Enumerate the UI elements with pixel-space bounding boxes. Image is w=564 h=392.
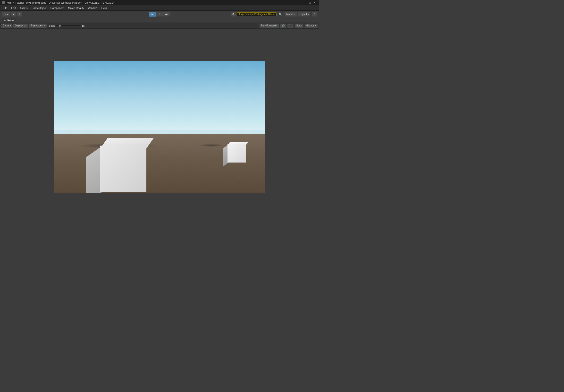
scale-track[interactable] xyxy=(56,25,81,26)
cube-small-front xyxy=(227,144,246,162)
close-button[interactable]: ✕ xyxy=(312,0,317,5)
undo-history-button[interactable]: ↺ xyxy=(230,12,236,17)
maximize-button[interactable]: □ xyxy=(308,0,312,5)
main-content xyxy=(0,29,319,226)
aspect-ratio-button[interactable]: ⬛ xyxy=(287,24,294,28)
menu-gameobject[interactable]: GameObject xyxy=(30,6,49,10)
search-button[interactable]: 🔍 xyxy=(278,12,283,16)
experimental-packages-button[interactable]: Experimental Packages In Use ▾ xyxy=(237,12,277,16)
menu-assets[interactable]: Assets xyxy=(18,6,30,10)
game-tab-label: Game xyxy=(7,19,14,22)
title-bar: U MRTK Tutorial - MySampleScene - Univer… xyxy=(0,0,319,5)
game-tab-icon: 👁 xyxy=(4,19,6,22)
scale-label: Scale xyxy=(49,24,56,27)
game-dropdown[interactable]: Game ▾ xyxy=(1,24,13,28)
menu-edit[interactable]: Edit xyxy=(9,6,18,10)
game-viewport xyxy=(54,61,265,193)
game-tab[interactable]: 👁 Game xyxy=(1,18,16,23)
stats-button[interactable]: Stats xyxy=(295,24,303,28)
gizmos-dropdown[interactable]: Gizmos ▾ xyxy=(304,24,318,28)
game-toolbar: Game ▾ Display 1 ▾ Free Aspect ▾ Scale 1… xyxy=(0,23,319,29)
shadow-small xyxy=(198,144,225,147)
tab-strip: 👁 Game xyxy=(0,18,319,23)
window-title: MRTK Tutorial - MySampleScene - Universa… xyxy=(7,1,115,4)
scale-value: 1x xyxy=(82,24,85,27)
scale-control: Scale 1x xyxy=(49,24,85,27)
menu-help[interactable]: Help xyxy=(99,6,109,10)
step-button[interactable]: ⏭ xyxy=(163,12,170,17)
tv-button[interactable]: TV ▾ xyxy=(1,12,10,17)
app-icon: U xyxy=(2,1,5,4)
audio-button[interactable]: 🔊 xyxy=(280,24,286,28)
play-button[interactable]: ▶ xyxy=(149,12,156,17)
menu-bar: File Edit Assets GameObject Component Mi… xyxy=(0,5,319,11)
layers-dropdown[interactable]: Layers ▾ xyxy=(284,12,297,17)
more-options-button[interactable]: ⋮ xyxy=(311,12,317,17)
main-toolbar: TV ▾ ☁ ⊙ ▶ ⏸ ⏭ ↺ Experimental Packages I… xyxy=(0,11,319,18)
pause-button[interactable]: ⏸ xyxy=(156,12,163,17)
play-focused-dropdown[interactable]: Play Focused ▾ xyxy=(259,24,279,28)
experimental-label: Experimental Packages In Use ▾ xyxy=(239,13,274,15)
aspect-dropdown[interactable]: Free Aspect ▾ xyxy=(29,24,47,28)
display-dropdown[interactable]: Display 1 ▾ xyxy=(13,24,28,28)
scale-thumb[interactable] xyxy=(59,25,61,27)
cube-large-front xyxy=(100,146,146,192)
menu-component[interactable]: Component xyxy=(48,6,66,10)
menu-file[interactable]: File xyxy=(1,6,9,10)
minimize-button[interactable]: ─ xyxy=(303,0,307,5)
menu-window[interactable]: Window xyxy=(86,6,99,10)
cloud-button[interactable]: ☁ xyxy=(11,12,16,17)
layout-dropdown[interactable]: Layout ▾ xyxy=(298,12,310,17)
menu-mixed-reality[interactable]: Mixed Reality xyxy=(66,6,86,10)
collab-button[interactable]: ⊙ xyxy=(17,12,22,17)
